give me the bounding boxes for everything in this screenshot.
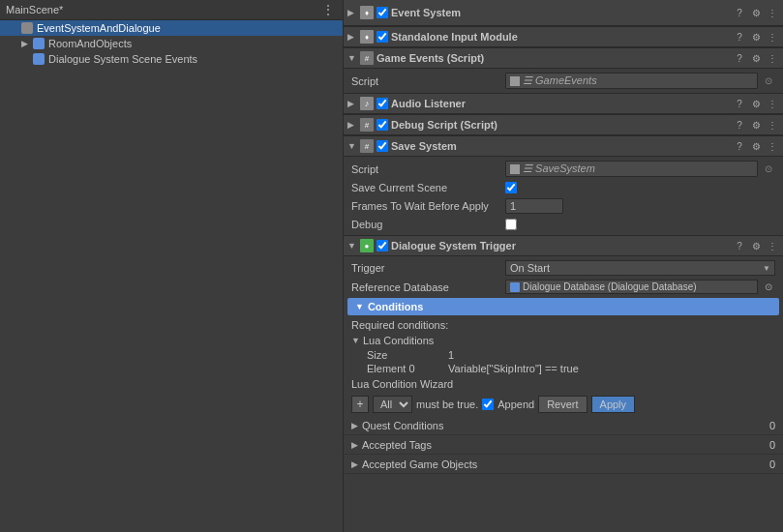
expand-arrow-icon[interactable]: ▼: [347, 141, 357, 151]
dialogue-trigger-checkbox[interactable]: [376, 240, 388, 251]
apply-button[interactable]: Apply: [591, 396, 636, 413]
game-events-component: ▼ # Game Events (Script) ? ⚙ ⋮: [344, 48, 783, 69]
hierarchy-item-dialogue-events[interactable]: Dialogue System Scene Events: [0, 51, 343, 67]
standalone-input-checkbox[interactable]: [376, 31, 388, 43]
element-value[interactable]: Variable["SkipIntro"] == true: [448, 363, 775, 374]
settings-button[interactable]: ⚙: [749, 97, 763, 110]
select-button[interactable]: ⊙: [762, 74, 775, 88]
menu-button[interactable]: ⋮: [766, 97, 779, 110]
menu-button[interactable]: ⋮: [766, 118, 779, 132]
debug-script-checkbox[interactable]: [376, 119, 388, 131]
frames-label: Frames To Wait Before Apply: [351, 200, 501, 212]
settings-button[interactable]: ⚙: [749, 30, 763, 44]
script-value[interactable]: ☰ GameEvents: [505, 73, 758, 89]
trigger-label: Trigger: [351, 262, 501, 274]
component-icon: #: [360, 51, 374, 65]
help-button[interactable]: ?: [733, 97, 746, 110]
script-value[interactable]: ☰ SaveSystem: [505, 161, 758, 177]
trigger-dropdown[interactable]: On Start ▼: [505, 260, 775, 276]
accepted-tags-label: Accepted Tags: [362, 439, 766, 451]
audio-listener-checkbox[interactable]: [376, 98, 388, 109]
ref-db-select-button[interactable]: ⊙: [762, 281, 775, 294]
help-button[interactable]: ?: [733, 51, 746, 65]
expand-arrow-icon[interactable]: ▶: [347, 99, 357, 108]
wizard-dropdown[interactable]: All: [373, 396, 412, 413]
expand-arrow-icon[interactable]: ▼: [347, 241, 357, 251]
ref-db-field[interactable]: Dialogue Database (Dialogue Database): [505, 280, 758, 294]
audio-listener-component: ▶ ♪ Audio Listener ? ⚙ ⋮: [344, 94, 783, 114]
event-system-checkbox[interactable]: [376, 3, 388, 22]
menu-button[interactable]: ⋮: [766, 6, 779, 19]
hierarchy-item-label: EventSystemAndDialogue: [37, 22, 161, 34]
settings-button[interactable]: ⚙: [749, 239, 763, 252]
quest-conditions-label: Quest Conditions: [362, 420, 766, 431]
settings-button[interactable]: ⚙: [749, 6, 763, 19]
save-current-scene-label: Save Current Scene: [351, 182, 501, 193]
hierarchy-panel: MainScene* ⋮ EventSystemAndDialogue ▶ Ro…: [0, 0, 344, 532]
dialogue-trigger-component: ▼ ● Dialogue System Trigger ? ⚙ ⋮: [344, 236, 783, 256]
lua-conditions-label: Lua Conditions: [363, 335, 434, 346]
expand-arrow-icon[interactable]: ▼: [347, 53, 357, 63]
save-system-body: Script ☰ SaveSystem ⊙ Save Current Scene…: [344, 157, 783, 235]
conditions-title: Conditions: [368, 301, 423, 312]
conditions-arrow-icon: ▼: [355, 302, 364, 311]
help-button[interactable]: ?: [733, 139, 746, 153]
lua-conditions-section: ▼ Lua Conditions Size 1 Element 0 Variab…: [344, 333, 783, 375]
accepted-tags-section[interactable]: ▶ Accepted Tags 0: [344, 435, 783, 455]
select-button[interactable]: ⊙: [762, 163, 775, 176]
element-label: Element 0: [367, 363, 444, 374]
expand-arrow-icon[interactable]: ▶: [347, 8, 357, 17]
collapsed-arrow-icon: ▶: [351, 440, 358, 450]
conditions-header[interactable]: ▼ Conditions: [347, 298, 779, 315]
script-icon: [510, 76, 520, 86]
script-icon: [510, 164, 520, 174]
component-icon: ♪: [360, 97, 374, 110]
component-icon: ♦: [360, 30, 374, 44]
debug-checkbox[interactable]: [505, 219, 517, 230]
hierarchy-menu-button[interactable]: ⋮: [319, 3, 337, 16]
game-events-body: Script ☰ GameEvents ⊙: [344, 69, 783, 93]
save-current-scene-checkbox[interactable]: [505, 182, 517, 193]
wizard-append-checkbox[interactable]: [482, 399, 494, 410]
expand-arrow-icon[interactable]: ▶: [347, 120, 357, 130]
lua-element-row: Element 0 Variable["SkipIntro"] == true: [351, 362, 775, 375]
ref-db-label: Reference Database: [351, 281, 501, 293]
game-object-icon: [33, 38, 45, 49]
menu-button[interactable]: ⋮: [766, 139, 779, 153]
revert-button[interactable]: Revert: [538, 396, 587, 413]
game-events-title: Game Events (Script): [376, 52, 730, 64]
trigger-value: On Start: [510, 262, 550, 274]
menu-button[interactable]: ⋮: [766, 51, 779, 65]
menu-button[interactable]: ⋮: [766, 30, 779, 44]
hierarchy-title-bar: MainScene* ⋮: [0, 0, 343, 20]
settings-button[interactable]: ⚙: [749, 51, 763, 65]
help-button[interactable]: ?: [733, 6, 746, 19]
help-button[interactable]: ?: [733, 239, 746, 252]
script-label: Script: [351, 163, 501, 175]
size-value[interactable]: 1: [448, 349, 775, 361]
script-label: Script: [351, 75, 501, 87]
quest-conditions-section[interactable]: ▶ Quest Conditions 0: [344, 416, 783, 435]
help-button[interactable]: ?: [733, 118, 746, 132]
frames-value[interactable]: 1: [505, 198, 563, 214]
quest-conditions-value: 0: [769, 420, 775, 431]
hierarchy-item-label: Dialogue System Scene Events: [48, 53, 197, 65]
hierarchy-item-event-system[interactable]: EventSystemAndDialogue: [0, 20, 343, 36]
lua-conditions-title[interactable]: ▼ Lua Conditions: [351, 333, 775, 348]
event-system-title: Event System: [391, 7, 730, 18]
expand-arrow-icon[interactable]: ▶: [347, 32, 357, 42]
lua-arrow-icon: ▼: [351, 336, 360, 345]
wizard-add-button[interactable]: +: [351, 396, 369, 413]
component-icon: #: [360, 139, 374, 153]
debug-label: Debug: [351, 219, 501, 230]
save-system-checkbox[interactable]: [376, 140, 388, 152]
settings-button[interactable]: ⚙: [749, 118, 763, 132]
wizard-must-be-label: must be true.: [416, 399, 478, 410]
hierarchy-item-room[interactable]: ▶ RoomAndObjects: [0, 36, 343, 51]
settings-button[interactable]: ⚙: [749, 139, 763, 153]
menu-button[interactable]: ⋮: [766, 239, 779, 252]
help-button[interactable]: ?: [733, 30, 746, 44]
accepted-game-objects-section[interactable]: ▶ Accepted Game Objects 0: [344, 455, 783, 474]
component-icon: ♦: [360, 6, 374, 19]
ref-db-icon: [510, 282, 520, 292]
